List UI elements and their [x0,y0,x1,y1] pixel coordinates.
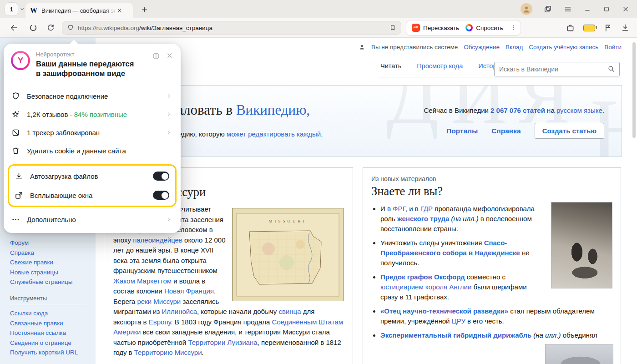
watermark-letter: Н [590,85,622,157]
sidebar-item-permanent-link[interactable]: Постоянная ссылка [10,328,85,338]
contributions-link[interactable]: Вклад [506,44,523,51]
yandex-button[interactable] [25,20,41,35]
close-window-icon[interactable] [622,5,630,13]
wiki-link[interactable]: палеоиндейцев [133,236,182,244]
wiki-link[interactable]: ЦРУ [452,317,465,325]
sidebar-item-special-pages[interactable]: Служебные страницы [10,277,85,287]
page-tabs: Читать Просмотр кода История [379,62,505,72]
wiki-link[interactable]: юстициарием короля Англии [380,283,471,291]
popup-windows-row[interactable]: Всплывающие окна [9,186,175,205]
popup-windows-toggle[interactable] [153,191,169,200]
browser-tab[interactable]: W Википедия — свободная энциклопедия [25,3,133,18]
login-link[interactable]: Войти [604,44,622,51]
create-account-link[interactable]: Создать учётную запись [529,44,598,51]
secure-connection-row[interactable]: Безопасное подключение [4,87,181,105]
search-input[interactable] [494,62,620,76]
wiki-link[interactable]: русском языке [556,106,602,114]
wiki-link[interactable]: «Отец научно-технической разведки» [380,307,508,315]
protect-shield-icon[interactable] [67,24,74,31]
wiki-link[interactable]: Территорию Миссури [134,349,202,356]
search-icon[interactable] [607,65,615,73]
maximize-icon[interactable] [602,5,611,13]
sidebar-item-recent-changes[interactable]: Свежие правки [10,258,85,268]
wiki-link[interactable]: свинца [278,308,301,315]
create-article-button[interactable]: Создать статью [535,123,604,139]
talk-link[interactable]: Обсуждение [464,44,500,51]
text-segment: на [545,106,556,114]
retell-button[interactable]: Пересказать [412,24,459,32]
extensions-puzzle-icon[interactable] [566,23,575,33]
close-icon[interactable] [166,52,173,59]
chevron-right-icon [165,92,172,100]
more-settings-row[interactable]: Дополнительно [4,210,181,228]
trash-icon [11,146,20,156]
tab-read[interactable]: Читать [379,62,403,72]
sidebar-item-related-changes[interactable]: Связанные правки [10,318,85,329]
help-link[interactable]: Справка [491,127,521,135]
url-domain: https://ru.wikipedia.org [78,25,139,31]
text-segment: . [202,349,204,356]
minimize-icon[interactable] [583,5,592,13]
yandex-ring-icon [29,23,38,32]
text-segment: . В 1803 году Франция продала [171,318,272,326]
collections-flag-icon[interactable] [603,23,612,32]
wiki-link[interactable]: Экспериментальный гибридный дирижабль [380,331,531,339]
wiki-link[interactable]: Европу [149,318,171,326]
portals-link[interactable]: Порталы [446,127,478,135]
dyk-item: Экспериментальный гибридный дирижабль (н… [380,330,612,340]
delete-cookies-label: Удалить cookie и данные сайта [27,147,172,155]
wiki-link[interactable]: Предок графов Оксфорд [380,273,465,281]
info-icon[interactable] [152,52,160,60]
back-button[interactable] [6,20,22,35]
back-arrow-icon [10,23,19,32]
popup-header-icons [152,51,173,78]
tab-counter-button[interactable]: 1 [5,2,25,16]
bookmark-icon[interactable] [389,24,396,31]
downloads-icon[interactable] [621,23,630,32]
wiki-link[interactable]: женского труда [397,215,449,222]
wiki-link[interactable]: 2 067 076 статей [490,106,545,114]
wiki-link[interactable]: Иллинойса [162,308,197,315]
sidebar-item-help[interactable]: Справка [10,248,85,258]
wiki-link[interactable]: ФРГ [393,205,405,212]
more-options-icon[interactable] [510,24,517,31]
sidebar-item-new-pages[interactable]: Новые страницы [10,268,85,278]
wiki-link[interactable]: реки Миссури [137,298,181,305]
sidebar-item-short-url[interactable]: Получить короткий URL [10,348,85,358]
tracker-blocked-row[interactable]: 1 трекер заблокирован [4,123,181,142]
close-tab-icon[interactable] [116,7,123,14]
autoload-files-row[interactable]: Автозагрузка файлов [9,167,175,186]
refresh-button[interactable] [43,20,58,35]
wikipedia-link[interactable]: Википедию, [236,102,310,118]
new-tab-button[interactable] [138,4,150,15]
scrollbar-thumb[interactable] [632,42,636,138]
tabs-panel-icon[interactable] [543,5,552,14]
dyk-photo-image[interactable] [551,202,612,288]
retell-quote-icon [412,24,420,32]
avatar[interactable] [521,3,532,15]
menu-icon[interactable] [563,5,572,14]
address-bar[interactable]: https://ru.wikipedia.org/wiki/Заглавная_… [62,21,401,35]
sidebar-item-page-info[interactable]: Сведения о странице [10,338,85,348]
reviews-count: 1,2К отзывов · [27,111,74,118]
wiki-link[interactable]: Новая Франция [164,287,214,295]
wiki-link[interactable]: ГДР [420,205,433,212]
sidebar-item-forum[interactable]: Форум [10,238,85,248]
wiki-link[interactable]: может редактировать каждый [227,130,321,138]
wiki-link[interactable]: Территории Луизиана [188,339,257,346]
airship-image[interactable] [545,344,613,364]
ask-button[interactable]: Спросить [465,24,503,31]
sidebar-item-what-links-here[interactable]: Ссылки сюда [10,308,85,318]
popup-window-icon [14,191,24,200]
wiki-link[interactable]: Жаком Маркеттом [113,277,172,285]
missouri-map-image[interactable]: MISSOURI [232,208,344,301]
autoload-files-toggle[interactable] [153,172,169,181]
tabbar-right-controls [521,0,630,18]
text-segment: объединял [561,331,597,339]
delete-cookies-row[interactable]: Удалить cookie и данные сайта [4,142,181,160]
battery-saver-icon[interactable] [583,25,595,31]
tab-view-source[interactable]: Просмотр кода [415,62,464,72]
reviews-row[interactable]: 1,2К отзывов · 84% позитивные [4,105,181,123]
tab-count: 1 [5,2,18,16]
text-segment: , и в [405,205,420,212]
